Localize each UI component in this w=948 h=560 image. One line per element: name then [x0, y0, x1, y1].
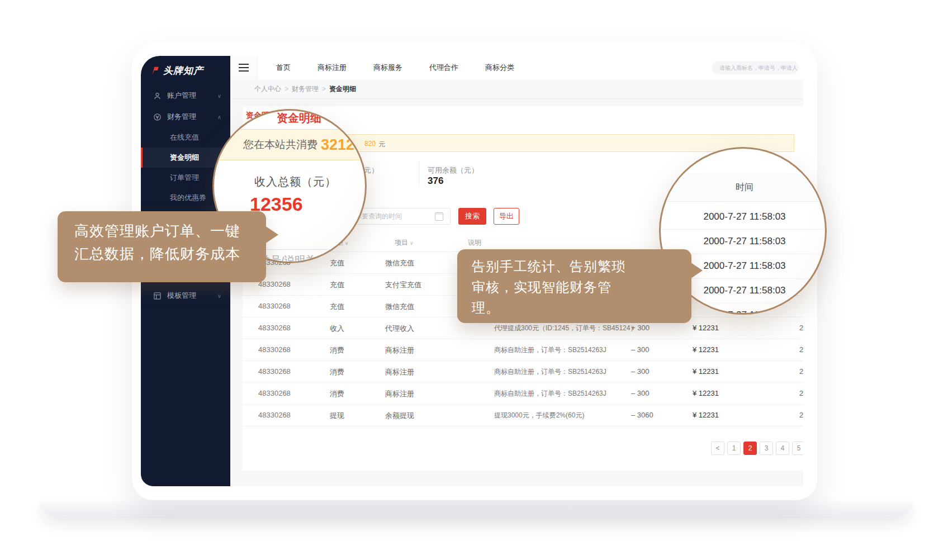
pagination-page-5[interactable]: 5: [792, 442, 803, 455]
pagination-page-3[interactable]: 3: [760, 442, 773, 455]
laptop-base: [39, 499, 913, 518]
search-button[interactable]: 搜索: [458, 208, 486, 225]
cell-type: 消费: [330, 367, 344, 377]
sidebar-item-finance[interactable]: 财务管理 ∧: [141, 106, 230, 127]
cell-amount: – 300: [631, 367, 650, 376]
lens-tab-fragment: 资金明细: [277, 111, 321, 126]
breadcrumb-current: 资金明细: [329, 85, 356, 93]
lens-time-row: 2000-7-27 11:58:03: [659, 205, 827, 230]
cell-type: 消费: [330, 345, 344, 355]
callout-text: 高效管理账户订单、一键: [74, 220, 266, 243]
cell-desc: 商标自助注册，订单号：SB2514263J: [494, 389, 606, 398]
breadcrumb-item[interactable]: 财务管理: [292, 85, 319, 93]
cell-type: 充值: [330, 302, 344, 312]
cell-order: 48330268: [258, 280, 291, 288]
table-row: 48330268 消费 商标注册 商标自助注册，订单号：SB2514263J –…: [243, 360, 803, 383]
callout-tail-icon: [265, 226, 278, 244]
chevron-up-icon: ∧: [217, 114, 221, 120]
cell-project: 商标注册: [385, 345, 414, 355]
stat-divider: [419, 161, 419, 186]
table-row: 48330268 消费 商标注册 商标自助注册，订单号：SB2514263J –…: [243, 382, 803, 405]
finance-icon: [153, 113, 162, 121]
nav-item-category[interactable]: 商标分类: [472, 63, 528, 73]
cell-desc: 代理提成300元（ID:1245，订单号：SB45124）: [494, 324, 637, 333]
callout-tail-icon: [689, 262, 703, 279]
cell-order: 48330268: [258, 389, 291, 397]
user-icon: [153, 92, 162, 100]
sidebar-item-templates[interactable]: 模板管理 ∨: [141, 285, 230, 306]
nav-item-agency[interactable]: 代理合作: [416, 63, 472, 73]
nav-item-services[interactable]: 商标服务: [360, 63, 416, 73]
balance-value: 376: [428, 175, 443, 187]
nav-item-home[interactable]: 首页: [263, 63, 304, 73]
top-nav: 首页 商标注册 商标服务 代理合作 商标分类: [230, 56, 803, 79]
lens-income-label: 收入总额（元）: [254, 174, 336, 189]
hamburger-icon: [239, 64, 249, 72]
cell-project: 微信充值: [385, 302, 414, 312]
breadcrumb: 个人中心>财务管理>资金明细: [230, 79, 803, 99]
cell-order: 48330268: [258, 302, 291, 310]
cell-balance: ¥ 12231: [693, 324, 719, 332]
balance-label: 可用余额（元）: [428, 165, 478, 175]
cell-type: 收入: [330, 324, 344, 334]
cell-type: 提现: [330, 411, 344, 421]
cell-project: 支付宝充值: [385, 280, 421, 290]
cell-time: 2000-7-27 11:58:03: [799, 411, 803, 419]
cell-desc: 商标自助注册，订单号：SB2514263J: [494, 345, 606, 355]
cell-project: 代理收入: [385, 324, 414, 334]
lens-banner-label: 您在本站共消费: [243, 137, 317, 152]
cell-order: 48330268: [258, 367, 291, 376]
cell-project: 微信充值: [385, 258, 414, 268]
breadcrumb-item[interactable]: 个人中心: [254, 85, 281, 93]
cell-balance: ¥ 12231: [693, 389, 719, 397]
sidebar-item-account[interactable]: 账户管理 ∨: [141, 85, 230, 106]
sidebar-item-recharge[interactable]: 在线充值: [141, 127, 230, 148]
sort-caret-icon: ∨: [410, 240, 414, 246]
pagination-prev[interactable]: <: [711, 442, 724, 455]
cell-type: 消费: [330, 389, 344, 399]
table-row: 48330268 消费 商标注册 商标自助注册，订单号：SB2514263J –…: [243, 339, 803, 361]
cell-project: 余额提现: [385, 411, 414, 421]
logo: 头牌知产: [141, 56, 230, 85]
nav-menu: 首页 商标注册 商标服务 代理合作 商标分类: [263, 56, 528, 79]
sort-caret-icon: ∨: [345, 240, 349, 246]
callout-text: 汇总数据，降低财务成本: [74, 243, 266, 265]
cell-amount: – 300: [631, 389, 650, 397]
nav-item-register[interactable]: 商标注册: [304, 63, 360, 73]
cell-type: 充值: [330, 258, 344, 268]
export-button[interactable]: 导出: [494, 208, 519, 225]
cell-balance: ¥ 12231: [693, 411, 719, 419]
cell-time: 2000-7-27 11:58:03: [799, 367, 803, 376]
sidebar-item-label: 账户管理: [167, 91, 196, 101]
callout-text: 告别手工统计、告别繁琐: [472, 256, 691, 277]
chevron-down-icon: ∨: [217, 93, 221, 99]
cell-amount: – 3060: [631, 411, 653, 419]
cell-amount: – 300: [631, 345, 650, 354]
calendar-icon[interactable]: [435, 212, 443, 221]
cell-project: 商标注册: [385, 367, 414, 377]
cell-balance: ¥ 12231: [693, 345, 719, 354]
trademark-search-input[interactable]: [712, 61, 799, 74]
lens-time-header: 时间: [659, 173, 827, 202]
pagination: < 1 2 3 4 5: [711, 442, 803, 455]
cell-balance: ¥ 12231: [693, 367, 719, 376]
cell-time: 2000-7-27 11:58:03: [799, 324, 803, 332]
callout-text: 理。: [472, 297, 691, 318]
pagination-page-4[interactable]: 4: [776, 442, 789, 455]
logo-icon: [151, 67, 159, 75]
table-row: 48330268 提现 余额提现 提现3000元，手续费2%(60元) – 30…: [243, 404, 803, 426]
hamburger-button[interactable]: [230, 56, 258, 79]
chevron-down-icon: ∨: [217, 293, 221, 299]
pagination-page-1[interactable]: 1: [727, 442, 741, 455]
sidebar-item-label: 模板管理: [167, 291, 196, 301]
callout-text: 审核，实现智能财务管: [472, 277, 691, 297]
sidebar-item-label: 财务管理: [167, 112, 196, 122]
cell-order: 48330268: [258, 411, 291, 419]
column-header-project[interactable]: 项目∨: [395, 238, 414, 248]
banner-unit: 元: [378, 140, 385, 149]
lens-banner: 您在本站共消费 32124 大: [212, 129, 367, 160]
pagination-page-2[interactable]: 2: [743, 442, 757, 455]
cell-order: 48330268: [258, 324, 291, 332]
cell-time: 2000-7-27 11:58:03: [799, 345, 803, 354]
cell-order: 48330268: [258, 345, 291, 354]
